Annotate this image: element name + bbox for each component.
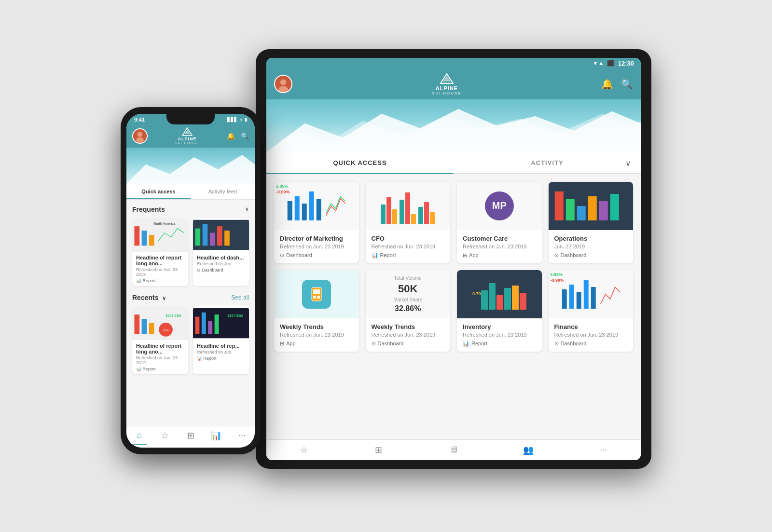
nav-apps[interactable]: ⊞ xyxy=(341,445,416,455)
phone-time: 9:41 xyxy=(134,117,145,123)
frequents-chevron[interactable]: ∨ xyxy=(245,206,249,212)
svg-rect-40 xyxy=(210,232,215,246)
nav-reports[interactable]: 🖥 xyxy=(416,445,491,455)
svg-rect-25 xyxy=(583,280,588,309)
phone-nav-more[interactable]: ··· xyxy=(229,430,255,441)
frequents-grid: North America Headline of report long an… xyxy=(132,218,249,286)
card-subtitle: Refreshed on Jun. 23 2019 xyxy=(280,332,353,338)
svg-rect-17 xyxy=(610,194,619,220)
recents-see-all[interactable]: See all xyxy=(231,294,249,301)
tablet-logo-name: ALPINE xyxy=(436,85,458,91)
tablet-mountain-banner xyxy=(266,99,641,152)
card-director-marketing[interactable]: 5.85% -0.99% xyxy=(274,182,359,263)
svg-rect-20 xyxy=(313,296,316,299)
card-weekly-trends-dash[interactable]: Total Volume 50K Market Share 32.86% Wee… xyxy=(366,270,451,352)
svg-rect-8 xyxy=(295,196,300,220)
card-subtitle: Refreshed on Jun. 23 2019 xyxy=(554,332,628,338)
card-body-weekly-trends-app: Weekly Trends Refreshed on Jun. 23 2019 … xyxy=(274,318,359,352)
frequent-card-2-title: Headline of dash... xyxy=(197,255,245,260)
phone-nav-reports[interactable]: 📊 xyxy=(204,430,229,441)
recent-card-1-thumb: $257.53M 32% xyxy=(132,306,188,340)
recents-chevron[interactable]: ∨ xyxy=(162,295,166,301)
recent-card-2[interactable]: $257.53M Headline of rep... Refreshed on… xyxy=(193,306,249,374)
svg-rect-49 xyxy=(193,308,249,338)
dashboard-icon: ⊙ xyxy=(197,268,202,273)
frequent-card-1-title: Headline of report long ano... xyxy=(136,255,184,266)
battery-icon: ⬛ xyxy=(607,60,614,67)
frequent-card-2-thumb: 5.85% xyxy=(193,218,249,252)
svg-rect-41 xyxy=(217,226,222,246)
svg-rect-12 xyxy=(554,191,563,220)
phone-logo-sub: SKI HOUSE xyxy=(175,141,200,145)
card-subtitle: Jun. 23 2019 xyxy=(554,244,628,249)
card-body-director-marketing: Director of Marketing Refreshed on Jun. … xyxy=(274,230,359,263)
collapse-chevron-icon[interactable]: ∨ xyxy=(625,159,631,168)
card-title: Customer Care xyxy=(463,235,536,242)
phone-avatar[interactable] xyxy=(132,128,148,144)
phone-nav-home[interactable]: ⌂ xyxy=(126,430,152,441)
recents-grid: $257.53M 32% Headline of report long ano… xyxy=(132,306,249,374)
frequent-card-2-type: ⊙ Dashboard xyxy=(197,268,245,273)
phone-content: Frequents ∨ North America xyxy=(126,200,255,426)
card-subtitle: Refreshed on Jun. 23 2019 xyxy=(463,332,536,338)
phone-logo: ALPINE SKI HOUSE xyxy=(152,127,222,145)
phone-share-icon[interactable]: 🔔 xyxy=(227,132,235,140)
stat-50k: 50K xyxy=(398,283,417,295)
svg-rect-42 xyxy=(224,231,230,246)
recent-card-2-type: 📊 Report xyxy=(197,356,245,361)
svg-rect-44 xyxy=(142,319,147,334)
recent-card-1-body: Headline of report long ano... Refreshed… xyxy=(132,340,188,374)
nav-favorites[interactable]: ☆ xyxy=(266,445,341,455)
card-customer-care[interactable]: MP Customer Care Refreshed on Jun. 23 20… xyxy=(457,182,542,263)
avatar[interactable] xyxy=(274,75,292,93)
svg-rect-16 xyxy=(599,201,607,220)
phone-notch xyxy=(166,114,215,124)
card-title: Weekly Trends xyxy=(372,323,445,330)
svg-rect-22 xyxy=(562,289,566,309)
recent-card-1[interactable]: $257.53M 32% Headline of report long ano… xyxy=(132,306,188,374)
phone-signal-icon: ▋▋▋ xyxy=(227,117,237,122)
tablet-header-actions: 🔔 🔍 xyxy=(601,78,633,90)
tab-quick-access[interactable]: QUICK ACCESS xyxy=(266,152,454,173)
phone-search-icon[interactable]: 🔍 xyxy=(241,132,249,140)
frequent-card-2-subtitle: Refreshed on Jun. xyxy=(197,261,245,266)
phone-nav-apps[interactable]: ⊞ xyxy=(178,430,203,441)
card-title: CFO xyxy=(372,235,445,242)
phone-tab-quick-access[interactable]: Quick access xyxy=(126,184,191,199)
svg-rect-9 xyxy=(302,204,307,220)
card-cfo[interactable]: CFO Refreshed on Jun. 23 2019 📊 Report xyxy=(366,182,451,263)
report-icon: 📊 xyxy=(136,367,143,371)
nav-people[interactable]: 👥 xyxy=(491,445,566,455)
card-weekly-trends-app[interactable]: Weekly Trends Refreshed on Jun. 23 2019 … xyxy=(274,270,359,352)
tablet-device: ▼▲ ⬛ 12:30 xyxy=(256,49,651,469)
card-type: ⊙ Dashboard xyxy=(372,341,445,347)
svg-rect-26 xyxy=(591,287,595,309)
phone-nav-favorites[interactable]: ☆ xyxy=(152,430,178,441)
card-finance[interactable]: 5.85% -0.99% F xyxy=(549,270,634,352)
card-operations-partial[interactable]: Operations Jun. 23 2019 ⊙ Dashboard xyxy=(549,182,634,263)
notification-icon[interactable]: 🔔 xyxy=(601,78,613,90)
svg-rect-50 xyxy=(195,316,199,334)
search-icon[interactable]: 🔍 xyxy=(621,78,633,90)
card-inventory[interactable]: 0.70 Inventory xyxy=(457,270,542,352)
svg-rect-53 xyxy=(215,314,219,334)
phone-tab-activity[interactable]: Activity feed xyxy=(191,184,255,199)
frequent-card-1[interactable]: North America Headline of report long an… xyxy=(132,218,188,286)
tablet-signal-icons: ▼▲ ⬛ xyxy=(593,60,614,67)
frequent-card-2[interactable]: 5.85% Headline of dash... Refreshed on J… xyxy=(193,218,249,286)
card-title: Director of Marketing xyxy=(280,235,353,242)
report-icon: 📊 xyxy=(463,341,469,347)
svg-rect-13 xyxy=(565,199,574,220)
svg-marker-32 xyxy=(126,155,255,184)
nav-more[interactable]: ··· xyxy=(566,445,641,455)
card-title: Finance xyxy=(554,323,628,330)
tab-activity[interactable]: ACTIVITY xyxy=(454,152,641,173)
recent-card-1-title: Headline of report long ano... xyxy=(136,343,184,355)
recent-card-2-thumb: $257.53M xyxy=(193,306,249,340)
tablet-content: 5.85% -0.99% xyxy=(266,174,641,439)
frequent-card-1-type: 📊 Report xyxy=(136,278,184,283)
recents-section-header: Recents ∨ See all xyxy=(132,294,249,301)
tablet-header: ALPINE SKI HOUSE 🔔 🔍 xyxy=(266,69,641,99)
frequent-card-2-body: Headline of dash... Refreshed on Jun. ⊙ … xyxy=(193,252,249,275)
frequents-section-header: Frequents ∨ xyxy=(132,205,249,213)
